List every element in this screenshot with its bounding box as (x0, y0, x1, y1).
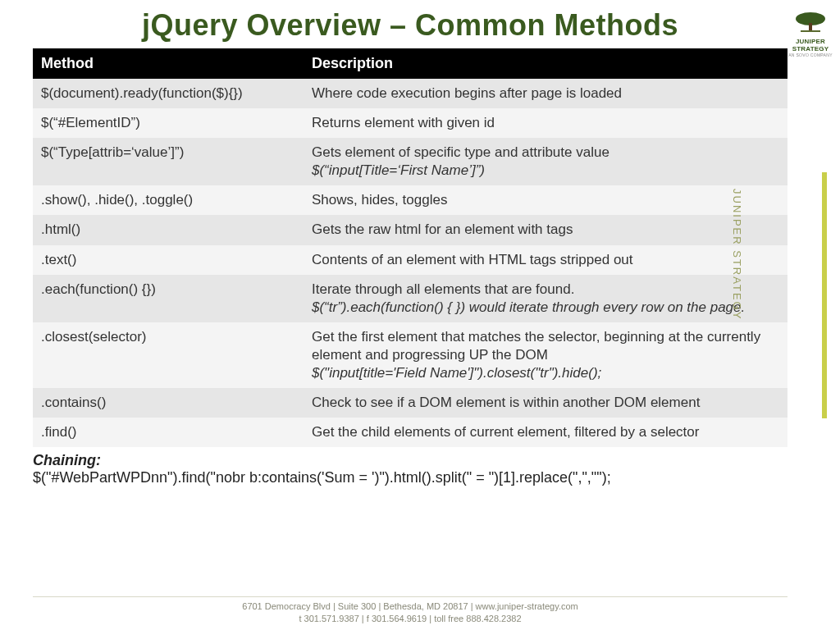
brand-logo: JUNIPER STRATEGY AN SOVO COMPANY (786, 11, 835, 57)
svg-rect-2 (801, 30, 820, 32)
cell-description: Where code execution begins after page i… (304, 79, 788, 108)
chaining-block: Chaining: $("#WebPartWPDnn").find("nobr … (33, 452, 788, 486)
cell-description: Get the child elements of current elemen… (304, 418, 788, 447)
slide-content: jQuery Overview – Common Methods Method … (0, 0, 796, 630)
cell-method: .find() (33, 418, 304, 447)
desc-text: Get the child elements of current elemen… (312, 424, 699, 440)
header-description: Description (304, 48, 788, 79)
cell-method: $(“Type[attrib=‘value’]”) (33, 138, 304, 185)
table-row: $(“Type[attrib=‘value’]”)Gets element of… (33, 138, 788, 185)
desc-text: Iterate through all elements that are fo… (312, 281, 574, 297)
slide-title: jQuery Overview – Common Methods (33, 7, 788, 43)
slide-footer: 6701 Democracy Blvd | Suite 300 | Bethes… (33, 596, 788, 625)
desc-text: Shows, hides, toggles (312, 192, 447, 208)
sidebar-brand-strip: JUNIPER STRATEGY AN SOVO COMPANY JUNIPER… (796, 0, 840, 630)
cell-description: Returns element with given id (304, 108, 788, 138)
cell-method: .show(), .hide(), .toggle() (33, 185, 304, 215)
desc-text: Gets the raw html for an element with ta… (312, 221, 573, 237)
table-row: .find()Get the child elements of current… (33, 418, 788, 447)
desc-example: $(“tr”).each(function() { }) would itera… (312, 299, 745, 315)
table-row: .contains()Check to see if a DOM element… (33, 388, 788, 418)
cell-method: .html() (33, 215, 304, 244)
table-row: .html()Gets the raw html for an element … (33, 215, 788, 244)
cell-method: $(“#ElementID”) (33, 108, 304, 138)
cell-method: .closest(selector) (33, 322, 304, 388)
header-method: Method (33, 48, 304, 79)
cell-method: .each(function() {}) (33, 275, 304, 322)
table-row: .text()Contents of an element with HTML … (33, 245, 788, 275)
cell-method: $(document).ready(function($){}) (33, 79, 304, 108)
desc-example: $("input[title='Field Name']").closest("… (312, 365, 601, 381)
table-row: .show(), .hide(), .toggle()Shows, hides,… (33, 185, 788, 215)
desc-text: Check to see if a DOM element is within … (312, 395, 700, 410)
desc-example: $(“input[Title=‘First Name’]”) (312, 162, 485, 178)
brand-name-1: JUNIPER (796, 38, 825, 45)
desc-text: Get the first element that matches the s… (312, 329, 760, 363)
table-row: $(“#ElementID”)Returns element with give… (33, 108, 788, 138)
accent-stripe (822, 172, 827, 418)
chaining-code: $("#WebPartWPDnn").find("nobr b:contains… (33, 469, 611, 486)
cell-description: Gets the raw html for an element with ta… (304, 215, 788, 244)
cell-method: .text() (33, 245, 304, 275)
cell-description: Iterate through all elements that are fo… (304, 275, 788, 322)
desc-text: Returns element with given id (312, 115, 495, 130)
methods-table: Method Description $(document).ready(fun… (33, 48, 788, 447)
cell-description: Gets element of specific type and attrib… (304, 138, 788, 185)
table-row: .each(function() {})Iterate through all … (33, 275, 788, 322)
desc-text: Where code execution begins after page i… (312, 85, 622, 101)
desc-text: Contents of an element with HTML tags st… (312, 252, 633, 267)
cell-description: Get the first element that matches the s… (304, 322, 788, 388)
brand-vertical-text: JUNIPER STRATEGY (731, 189, 743, 320)
cell-description: Shows, hides, toggles (304, 185, 788, 215)
brand-sub: AN SOVO COMPANY (786, 52, 835, 57)
tree-icon (792, 11, 829, 33)
brand-name-2: STRATEGY (792, 45, 829, 52)
cell-description: Check to see if a DOM element is within … (304, 388, 788, 418)
footer-line1: 6701 Democracy Blvd | Suite 300 | Bethes… (33, 600, 788, 613)
table-row: .closest(selector)Get the first element … (33, 322, 788, 388)
cell-method: .contains() (33, 388, 304, 418)
table-header-row: Method Description (33, 48, 788, 79)
table-row: $(document).ready(function($){})Where co… (33, 79, 788, 108)
chaining-label: Chaining: (33, 452, 101, 468)
desc-text: Gets element of specific type and attrib… (312, 144, 609, 160)
cell-description: Contents of an element with HTML tags st… (304, 245, 788, 275)
svg-rect-1 (809, 23, 812, 31)
footer-line2: t 301.571.9387 | f 301.564.9619 | toll f… (33, 613, 788, 625)
